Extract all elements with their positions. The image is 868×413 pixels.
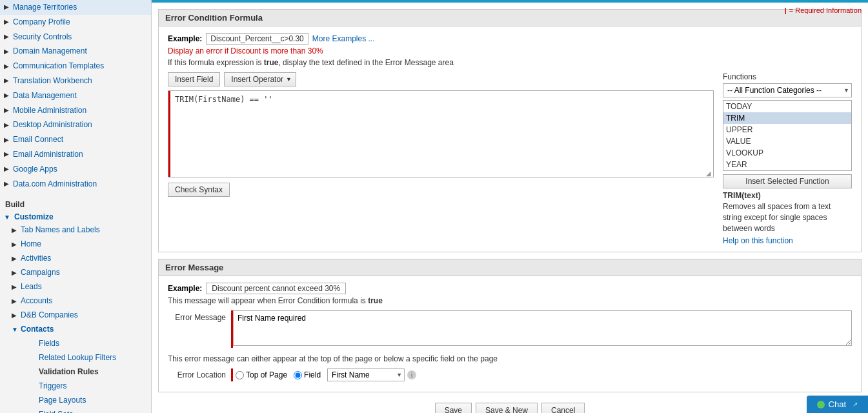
arrow-icon: ▶ [12, 268, 21, 277]
arrow-icon: ▶ [4, 91, 13, 100]
radio-field-input[interactable] [294, 371, 302, 379]
required-bar-icon: | [785, 6, 787, 14]
sidebar-item-campaigns[interactable]: ▶ Campaigns [0, 265, 151, 279]
err-msg-textarea[interactable]: First Name required [233, 310, 852, 346]
sidebar-item-domain-management[interactable]: ▶ Domain Management [0, 44, 151, 59]
sidebar-subitem-validation-rules[interactable]: Validation Rules [19, 365, 151, 379]
arrow-icon: ▶ [4, 150, 13, 159]
check-syntax-row: Check Syntax [168, 183, 714, 197]
arrow-icon: ▶ [4, 17, 13, 26]
formula-area: Insert Field Insert Operator ▼ TRIM(Firs… [168, 72, 852, 245]
required-info-text: |= Required Information [785, 6, 862, 14]
arrow-icon: ▶ [12, 239, 21, 249]
err-msg-textarea-wrapper: First Name required [231, 310, 852, 348]
top-accent-bar [152, 0, 868, 3]
function-list-item-today[interactable]: TODAY [723, 101, 851, 112]
sidebar-item-email-administration[interactable]: ▶ Email Administration [0, 147, 151, 162]
err-msg-example-row: Example: Discount percent cannot exceed … [168, 283, 852, 294]
arrow-icon: ▶ [4, 32, 13, 41]
sidebar-subitem-field-sets[interactable]: Field Sets [19, 407, 151, 413]
formula-textarea[interactable]: TRIM(FirstName) == '' [168, 91, 713, 175]
sidebar-subitem-triggers[interactable]: Triggers [19, 379, 151, 393]
sidebar-subitem-related-lookup-filters[interactable]: Related Lookup Filters [19, 350, 151, 365]
sidebar-item-dnb-companies[interactable]: ▶ D&B Companies [0, 308, 151, 322]
arrow-icon: ▶ [4, 3, 13, 12]
sidebar-item-google-apps[interactable]: ▶ Google Apps [0, 162, 151, 177]
sidebar-item-activities[interactable]: ▶ Activities [0, 251, 151, 265]
example-row: Example: Discount_Percent__c>0.30 More E… [168, 33, 852, 45]
field-select[interactable]: First Name [327, 368, 405, 381]
insert-field-button[interactable]: Insert Field [168, 72, 220, 86]
arrow-icon: ▶ [12, 310, 21, 320]
sidebar-item-email-connect[interactable]: ▶ Email Connect [0, 132, 151, 147]
formula-textarea-wrapper: TRIM(FirstName) == '' ◢ [168, 90, 714, 177]
arrow-icon: ▶ [4, 121, 13, 130]
error-message-title: Error Message [159, 259, 861, 276]
err-location-controls: Top of Page Field First Name ▼ i [231, 368, 416, 381]
function-list-item-upper[interactable]: UPPER [723, 124, 851, 136]
functions-listbox[interactable]: TODAY TRIM UPPER VALUE VLOOKUP YEAR [723, 100, 852, 171]
radio-field[interactable]: Field [294, 370, 321, 379]
insert-selected-function-button[interactable]: Insert Selected Function [723, 174, 852, 188]
example-label: Example: [168, 34, 202, 43]
chevron-down-icon: ▼ [12, 325, 21, 334]
action-buttons: Save Save & New Cancel [152, 398, 868, 413]
error-message-section: Error Message Example: Discount percent … [158, 259, 862, 392]
arrow-icon: ▶ [12, 282, 21, 292]
sidebar-item-desktop-administration[interactable]: ▶ Desktop Administration [0, 117, 151, 132]
sidebar-item-home[interactable]: ▶ Home [0, 237, 151, 251]
arrow-icon: ▶ [12, 254, 21, 263]
arrow-icon: ▶ [4, 47, 13, 56]
info-icon[interactable]: i [407, 370, 416, 379]
build-section-header: Build [0, 196, 151, 211]
check-syntax-button[interactable]: Check Syntax [168, 183, 230, 197]
cancel-button[interactable]: Cancel [541, 403, 585, 413]
sidebar-subitem-page-layouts[interactable]: Page Layouts [19, 393, 151, 407]
sidebar-item-data-management[interactable]: ▶ Data Management [0, 88, 151, 103]
sidebar-subitem-fields[interactable]: Fields [19, 336, 151, 350]
arrow-icon: ▶ [12, 225, 21, 235]
save-new-button[interactable]: Save & New [476, 403, 538, 413]
chevron-down-icon: ▼ [4, 214, 13, 221]
more-examples-link[interactable]: More Examples ... [312, 34, 375, 43]
insert-operator-button[interactable]: Insert Operator ▼ [224, 72, 296, 86]
radio-top-input[interactable] [236, 371, 244, 379]
dropdown-arrow-icon: ▼ [286, 76, 292, 83]
arrow-icon: ▶ [4, 106, 13, 115]
functions-category-wrapper: -- All Function Categories -- ▼ [723, 83, 852, 97]
err-msg-info-text: This message will appear when Error Cond… [168, 296, 852, 305]
function-list-item-trim[interactable]: TRIM [723, 112, 851, 124]
arrow-icon: ▶ [4, 136, 13, 145]
chat-arrow-icon: ↗ [853, 401, 858, 408]
resize-handle[interactable]: ◢ [706, 170, 712, 176]
error-condition-formula-section: Error Condition Formula Example: Discoun… [158, 9, 862, 252]
function-help-link[interactable]: Help on this function [723, 236, 793, 245]
chat-button[interactable]: Chat ↗ [807, 396, 868, 413]
function-list-item-year[interactable]: YEAR [723, 159, 851, 170]
sidebar-item-customize[interactable]: ▼ Customize [0, 211, 151, 223]
functions-category-select[interactable]: -- All Function Categories -- [723, 83, 852, 97]
sidebar-item-translation-workbench[interactable]: ▶ Translation Workbench [0, 74, 151, 88]
sidebar-item-manage-territories[interactable]: ▶ Manage Territories [0, 0, 151, 15]
formula-info-text: If this formula expression is true, disp… [168, 58, 852, 67]
function-list-item-value[interactable]: VALUE [723, 136, 851, 147]
function-list-item-vlookup[interactable]: VLOOKUP [723, 147, 851, 159]
err-location-label: Error Location [168, 370, 226, 379]
function-signature: TRIM(text) [723, 191, 852, 200]
sidebar-item-tab-names[interactable]: ▶ Tab Names and Labels [0, 223, 151, 237]
arrow-icon: ▶ [4, 76, 13, 85]
sidebar-item-mobile-administration[interactable]: ▶ Mobile Administration [0, 103, 151, 118]
sidebar-item-leads[interactable]: ▶ Leads [0, 279, 151, 294]
sidebar-item-company-profile[interactable]: ▶ Company Profile [0, 15, 151, 30]
sidebar-item-contacts[interactable]: ▼ Contacts [0, 322, 151, 336]
sidebar-item-communication-templates[interactable]: ▶ Communication Templates [0, 59, 151, 74]
arrow-icon: ▶ [4, 165, 13, 174]
save-button[interactable]: Save [435, 403, 472, 413]
radio-top-of-page[interactable]: Top of Page [236, 370, 287, 379]
sidebar-item-security-controls[interactable]: ▶ Security Controls [0, 30, 151, 45]
sidebar-item-accounts[interactable]: ▶ Accounts [0, 294, 151, 308]
arrow-icon: ▶ [4, 62, 13, 71]
sidebar-item-datacom-administration[interactable]: ▶ Data.com Administration [0, 177, 151, 192]
chat-status-dot [817, 401, 825, 408]
err-msg-label: Error Message [168, 310, 226, 322]
